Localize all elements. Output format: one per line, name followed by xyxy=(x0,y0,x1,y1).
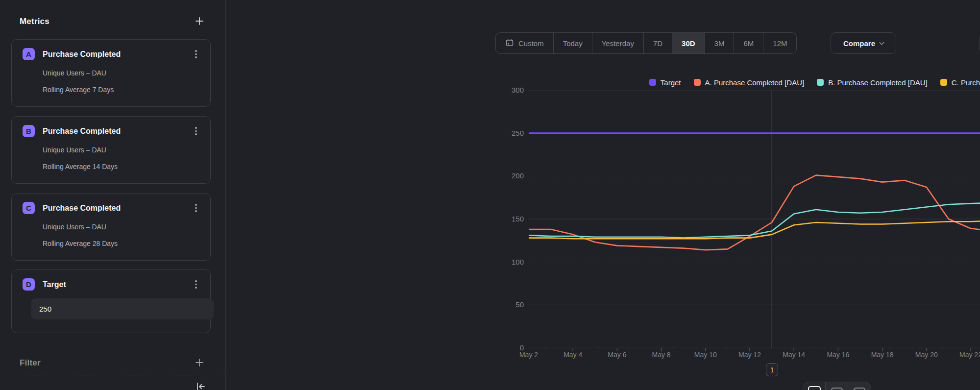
plus-icon xyxy=(195,358,204,368)
chart-size-half-icon xyxy=(831,388,843,390)
metric-title: Purchase Completed xyxy=(43,204,192,213)
x-axis-label: May 20 xyxy=(905,351,949,359)
metric-letter-badge: B xyxy=(23,125,35,137)
legend-swatch xyxy=(940,79,947,86)
y-axis-label: 50 xyxy=(481,300,524,309)
date-range-label: Today xyxy=(563,39,583,48)
annotation-badge[interactable]: 1 xyxy=(766,363,778,376)
date-range-label: 12M xyxy=(773,39,787,48)
line-chart[interactable] xyxy=(529,90,980,353)
date-range-label: 30D xyxy=(682,39,695,48)
chart-legend: TargetA. Purchase Completed [DAU]B. Purc… xyxy=(529,77,980,88)
add-metric-button[interactable] xyxy=(193,15,206,29)
filter-header: Filter xyxy=(20,358,41,368)
date-range-label: 3M xyxy=(714,39,725,48)
legend-label: Target xyxy=(661,78,681,87)
legend-swatch xyxy=(817,79,824,86)
metric-rolling-average[interactable]: Rolling Average 14 Days xyxy=(43,163,200,171)
date-range-label: Custom xyxy=(518,39,544,48)
metric-letter-badge: A xyxy=(23,48,35,60)
date-range-custom[interactable]: Custom xyxy=(496,33,554,53)
legend-item-3[interactable]: C. Purchase Completed [DAU] xyxy=(940,78,980,87)
legend-label: B. Purchase Completed [DAU] xyxy=(828,78,928,87)
y-axis-label: 200 xyxy=(481,171,524,180)
metric-rolling-average[interactable]: Rolling Average 28 Days xyxy=(43,240,200,247)
legend-label: A. Purchase Completed [DAU] xyxy=(705,78,805,87)
metric-measurement[interactable]: Unique Users – DAU xyxy=(43,223,200,231)
target-card[interactable]: D Target xyxy=(11,269,211,333)
metric-measurement[interactable]: Unique Users – DAU xyxy=(43,69,200,77)
legend-item-2[interactable]: B. Purchase Completed [DAU] xyxy=(817,78,928,87)
x-axis-label: May 18 xyxy=(860,351,905,359)
date-range-yesterday[interactable]: Yesterday xyxy=(592,33,644,53)
metric-measurement[interactable]: Unique Users – DAU xyxy=(43,146,200,154)
collapse-left-icon xyxy=(196,386,206,390)
metric-title: Purchase Completed xyxy=(43,127,192,136)
metric-menu-button[interactable] xyxy=(192,203,200,214)
legend-item-1[interactable]: A. Purchase Completed [DAU] xyxy=(694,78,805,87)
x-axis-label: May 2 xyxy=(507,351,551,359)
metric-card-b[interactable]: B Purchase Completed Unique Users – DAU … xyxy=(11,116,211,184)
metrics-header: Metrics xyxy=(20,17,49,26)
add-filter-button[interactable] xyxy=(193,356,206,370)
legend-swatch xyxy=(649,79,656,86)
date-range-30d[interactable]: 30D xyxy=(672,33,705,53)
chart-size-half-button[interactable] xyxy=(826,382,848,390)
date-range-label: 7D xyxy=(653,39,662,48)
metric-menu-button[interactable] xyxy=(192,49,200,60)
compare-label: Compare xyxy=(843,39,875,48)
y-axis-label: 150 xyxy=(481,215,524,223)
date-range-12m[interactable]: 12M xyxy=(763,33,796,53)
metric-menu-button[interactable] xyxy=(192,126,200,137)
metrics-sidebar: Metrics A Purchase Completed Unique User… xyxy=(0,0,226,390)
metric-letter-badge: D xyxy=(23,278,35,291)
chart-size-full-button[interactable] xyxy=(803,382,826,390)
date-range-label: Yesterday xyxy=(602,39,634,48)
compare-button[interactable]: Compare xyxy=(831,32,896,54)
chart-size-third-button[interactable] xyxy=(848,382,871,390)
metric-rolling-average[interactable]: Rolling Average 7 Days xyxy=(43,86,200,94)
target-value-input[interactable] xyxy=(31,298,214,319)
date-range-today[interactable]: Today xyxy=(554,33,592,53)
chart-size-full-icon xyxy=(808,386,821,390)
x-axis-label: May 16 xyxy=(816,351,860,359)
metric-card-c[interactable]: C Purchase Completed Unique Users – DAU … xyxy=(11,193,211,261)
x-axis-label: May 22 xyxy=(949,351,980,359)
plus-icon xyxy=(195,17,204,27)
y-axis-label: 250 xyxy=(481,129,524,137)
date-range-label: 6M xyxy=(743,39,754,48)
legend-item-0[interactable]: Target xyxy=(649,78,681,87)
chart-size-control xyxy=(803,382,871,390)
date-range-6m[interactable]: 6M xyxy=(734,33,763,53)
y-axis-label: 100 xyxy=(481,258,524,266)
date-range-control: Custom Today Yesterday 7D 30D 3M 6M 12M xyxy=(495,32,797,54)
x-axis-label: May 14 xyxy=(772,351,816,359)
y-axis-label: 300 xyxy=(481,86,524,94)
sidebar-divider xyxy=(0,375,225,375)
metric-card-a[interactable]: A Purchase Completed Unique Users – DAU … xyxy=(11,39,211,107)
calendar-icon xyxy=(505,38,514,49)
metric-letter-badge: C xyxy=(23,202,35,214)
date-range-7d[interactable]: 7D xyxy=(644,33,672,53)
collapse-sidebar-button[interactable] xyxy=(196,382,206,390)
legend-label: C. Purchase Completed [DAU] xyxy=(952,78,980,87)
chevron-down-icon xyxy=(880,40,884,45)
date-range-3m[interactable]: 3M xyxy=(705,33,735,53)
legend-swatch xyxy=(694,79,701,86)
x-axis-label: May 12 xyxy=(728,351,772,359)
metric-title: Purchase Completed xyxy=(43,50,192,59)
series-line-2[interactable] xyxy=(529,202,980,238)
target-title: Target xyxy=(43,280,192,289)
x-axis-label: May 4 xyxy=(551,351,595,359)
metric-menu-button[interactable] xyxy=(192,279,200,290)
x-axis-label: May 8 xyxy=(639,351,684,359)
x-axis-label: May 10 xyxy=(684,351,728,359)
x-axis-label: May 6 xyxy=(595,351,639,359)
chart-size-third-icon xyxy=(854,388,865,390)
